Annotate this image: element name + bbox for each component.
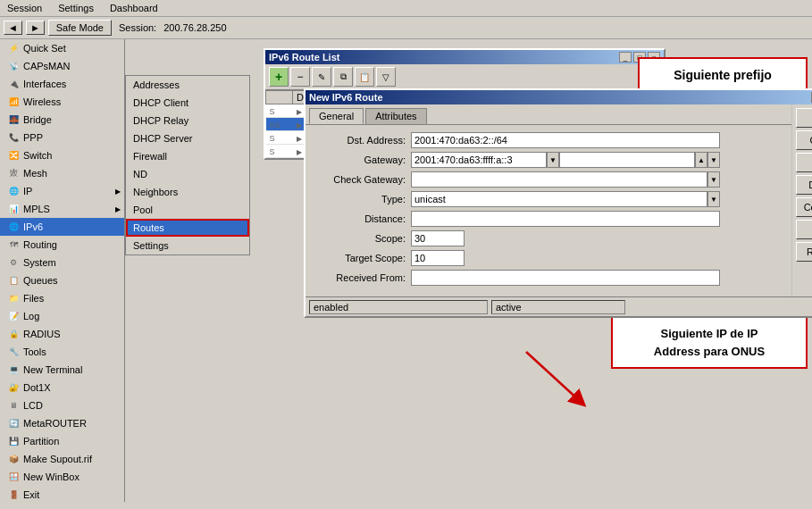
sidebar-item-ip[interactable]: 🌐 IP ▶ [0, 182, 124, 200]
safe-mode-button[interactable]: Safe Mode [48, 20, 112, 36]
sidebar-item-label: Interfaces [23, 79, 66, 89]
route-list-title: IPv6 Route List [269, 52, 339, 63]
forward-icon: ► [30, 22, 40, 33]
gateway-secondary-down[interactable]: ▼ [707, 152, 720, 168]
sidebar-item-quick-set[interactable]: ⚡ Quick Set [0, 39, 124, 57]
col-flag[interactable] [266, 91, 293, 104]
sidebar-item-wireless[interactable]: 📶 Wireless [0, 93, 124, 111]
dialog-status-bar: enabled active [306, 296, 812, 316]
sidebar-item-log[interactable]: 📝 Log [0, 307, 124, 325]
sidebar-item-bridge[interactable]: 🌉 Bridge [0, 111, 124, 129]
cancel-button[interactable]: Cancel [796, 130, 812, 150]
gateway-secondary-up[interactable]: ▲ [695, 152, 707, 168]
mesh-icon: 🕸 [7, 167, 20, 179]
sidebar-item-new-terminal[interactable]: 💻 New Terminal [0, 361, 124, 379]
type-dropdown[interactable]: ▼ [707, 191, 720, 207]
submenu-dhcp-server[interactable]: DHCP Server [126, 129, 249, 147]
minimize-button[interactable]: _ [619, 52, 632, 63]
received-from-input[interactable] [411, 270, 720, 286]
check-gateway-input[interactable] [411, 171, 707, 188]
copy-button[interactable]: Copy [796, 220, 812, 239]
gateway-dropdown[interactable]: ▼ [547, 152, 559, 168]
disable-button[interactable]: Disable [796, 175, 812, 195]
sidebar-item-label: Bridge [23, 114, 52, 125]
type-input[interactable] [411, 191, 707, 207]
tab-general[interactable]: General [309, 108, 364, 124]
ok-button[interactable]: OK [796, 108, 812, 128]
dst-address-input[interactable] [411, 132, 720, 148]
sidebar-item-system[interactable]: ⚙ System [0, 254, 124, 271]
sidebar-item-dot1x[interactable]: 🔐 Dot1X [0, 379, 124, 396]
main-layout: ⚡ Quick Set 📡 CAPsMAN 🔌 Interfaces 📶 Wir… [0, 39, 812, 502]
callout-bottom-text: Siguiente IP de IPAddress para ONUS [654, 327, 765, 358]
scope-input[interactable] [411, 230, 465, 246]
sidebar-item-ipv6[interactable]: 🌐 IPv6 [0, 218, 124, 236]
menu-session[interactable]: Session [4, 2, 46, 14]
sidebar-item-mesh[interactable]: 🕸 Mesh [0, 164, 124, 182]
submenu-nd[interactable]: ND [126, 165, 249, 183]
target-scope-input[interactable] [411, 250, 465, 266]
sidebar-item-mpls[interactable]: 📊 MPLS ▶ [0, 200, 124, 218]
sidebar-item-label: Quick Set [23, 43, 66, 54]
dst-address-row: Dst. Address: [313, 132, 720, 148]
expand-icon: ▶ [297, 135, 302, 143]
dst-address-label: Dst. Address: [313, 135, 411, 146]
ipv6-submenu: Addresses DHCP Client DHCP Relay DHCP Se… [125, 75, 250, 255]
content-area: Addresses DHCP Client DHCP Relay DHCP Se… [125, 39, 812, 502]
sidebar-item-exit[interactable]: 🚪 Exit [0, 486, 124, 502]
sidebar-item-metarouter[interactable]: 🔄 MetaROUTER [0, 414, 124, 432]
sidebar-item-queues[interactable]: 📋 Queues [0, 271, 124, 289]
menu-settings[interactable]: Settings [54, 2, 97, 14]
sidebar-item-files[interactable]: 📁 Files [0, 289, 124, 307]
submenu-settings[interactable]: Settings [126, 237, 249, 254]
tab-bar: General Attributes [306, 104, 791, 124]
distance-input[interactable] [411, 211, 720, 227]
capsman-icon: 📡 [7, 60, 20, 72]
sidebar-item-label: New WinBox [23, 471, 80, 482]
check-gateway-dropdown[interactable]: ▼ [707, 171, 720, 188]
sidebar-item-routing[interactable]: 🗺 Routing [0, 236, 124, 254]
menu-dashboard[interactable]: Dashboard [106, 2, 162, 14]
gateway-secondary-input[interactable] [559, 152, 695, 168]
submenu-neighbors[interactable]: Neighbors [126, 183, 249, 201]
gateway-input[interactable] [411, 152, 547, 168]
sidebar-item-new-winbox[interactable]: 🪟 New WinBox [0, 468, 124, 486]
copy-route-button[interactable]: ⧉ [333, 67, 353, 87]
type-row: Type: ▼ [313, 191, 720, 207]
sidebar-item-switch[interactable]: 🔀 Switch [0, 146, 124, 164]
sidebar-item-capsman[interactable]: 📡 CAPsMAN [0, 57, 124, 75]
sidebar-item-make-supout[interactable]: 📦 Make Supout.rif [0, 450, 124, 468]
sidebar-item-label: RADIUS [23, 329, 61, 339]
remove-route-button[interactable]: − [290, 67, 310, 87]
add-route-button[interactable]: + [269, 67, 289, 87]
scope-label: Scope: [313, 233, 411, 244]
tab-attributes[interactable]: Attributes [365, 108, 426, 124]
sidebar-item-partition[interactable]: 💾 Partition [0, 432, 124, 450]
submenu-firewall[interactable]: Firewall [126, 147, 249, 165]
submenu-addresses[interactable]: Addresses [126, 76, 249, 94]
edit-route-button[interactable]: ✎ [312, 67, 331, 87]
row-flag: S [270, 107, 275, 116]
submenu-dhcp-client[interactable]: DHCP Client [126, 94, 249, 112]
forward-button[interactable]: ► [26, 21, 45, 35]
sidebar-item-interfaces[interactable]: 🔌 Interfaces [0, 75, 124, 93]
submenu-pool[interactable]: Pool [126, 201, 249, 219]
submenu-dhcp-relay[interactable]: DHCP Relay [126, 112, 249, 129]
remove-button[interactable]: Remove [796, 242, 812, 262]
sidebar-item-tools[interactable]: 🔧 Tools [0, 343, 124, 361]
submenu-routes[interactable]: Routes [126, 219, 249, 237]
filter-button[interactable]: ▽ [376, 67, 396, 87]
sidebar-item-radius[interactable]: 🔒 RADIUS [0, 325, 124, 343]
comment-button[interactable]: Comment [796, 197, 812, 217]
sidebar-item-lcd[interactable]: 🖥 LCD [0, 396, 124, 414]
apply-button[interactable]: Apply [796, 153, 812, 172]
sidebar-item-label: Switch [23, 150, 52, 161]
paste-route-button[interactable]: 📋 [355, 67, 374, 87]
sidebar-item-ppp[interactable]: 📞 PPP [0, 129, 124, 146]
session-value: 200.76.28.250 [163, 22, 226, 33]
sidebar-item-label: Mesh [23, 168, 47, 179]
ip-arrow: ▶ [115, 188, 121, 196]
wireless-icon: 📶 [7, 96, 20, 108]
status-enabled: enabled [309, 300, 488, 314]
back-button[interactable]: ◄ [4, 21, 22, 35]
